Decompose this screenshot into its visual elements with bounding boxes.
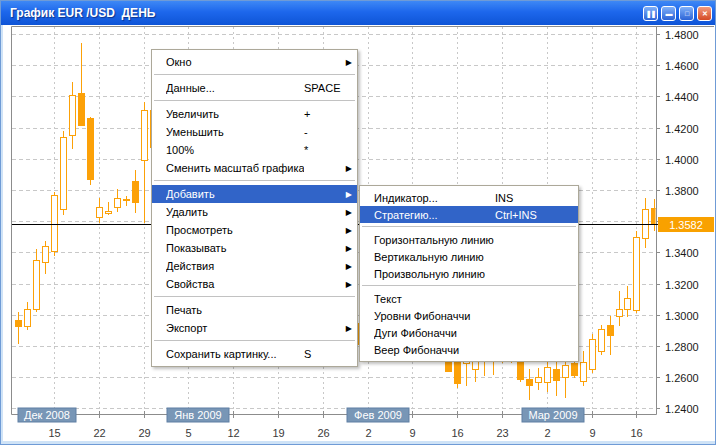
candle bbox=[599, 325, 605, 355]
candle-body-down bbox=[16, 320, 22, 326]
candle bbox=[25, 302, 31, 330]
menu-item-add[interactable]: Добавить▶ bbox=[152, 185, 357, 203]
menu-item-horizontal-line[interactable]: Горизонтальную линию bbox=[360, 231, 578, 248]
candle-body-up bbox=[70, 95, 76, 135]
menu-item-label: Дуги Фибоначчи bbox=[374, 327, 495, 339]
menu-separator bbox=[152, 97, 357, 105]
submenu-arrow-icon: ▶ bbox=[342, 54, 352, 71]
week-tick-label: 29 bbox=[138, 427, 150, 439]
menu-item-show[interactable]: Показывать▶ bbox=[152, 239, 357, 257]
title-bar[interactable]: График EUR /USD ДЕНЬ ❚❚▬□✕ bbox=[1, 1, 716, 25]
menu-item-label: 100% bbox=[166, 144, 304, 156]
candle-body-up bbox=[34, 260, 40, 309]
pause-button[interactable]: ❚❚ bbox=[643, 6, 658, 21]
menu-item-export[interactable]: Экспорт▶ bbox=[152, 319, 357, 337]
price-tick-label: 1.4200 bbox=[665, 123, 699, 135]
menu-item-zoom-in[interactable]: Увеличить+ bbox=[152, 105, 357, 123]
menu-item-window[interactable]: Окно▶ bbox=[152, 53, 357, 71]
candle-body-up bbox=[581, 362, 587, 381]
submenu-arrow-icon: ▶ bbox=[342, 320, 352, 337]
menu-item-arbitrary-line[interactable]: Произвольную линию bbox=[360, 265, 578, 282]
menu-item-label: Просмотреть bbox=[166, 224, 304, 236]
menu-item-shortcut: - bbox=[304, 126, 342, 138]
menu-item-strategy[interactable]: Стратегию...Ctrl+INS bbox=[360, 206, 578, 223]
candle bbox=[581, 351, 587, 386]
submenu-arrow-icon: ▶ bbox=[342, 186, 352, 203]
month-badge-label: Мар 2009 bbox=[528, 409, 577, 421]
menu-item-actions[interactable]: Действия▶ bbox=[152, 257, 357, 275]
candle bbox=[97, 198, 103, 223]
menu-item-label: Уровни Фибоначчи bbox=[374, 310, 495, 322]
candle bbox=[142, 102, 148, 223]
submenu-arrow-icon: ▶ bbox=[342, 276, 352, 293]
candle-body-up bbox=[599, 329, 605, 351]
maximize-icon: □ bbox=[680, 7, 693, 18]
candle bbox=[16, 312, 22, 344]
menu-item-fibonacci-arcs[interactable]: Дуги Фибоначчи bbox=[360, 324, 578, 341]
minimize-button[interactable]: ▬ bbox=[661, 6, 676, 21]
menu-item-text[interactable]: Текст bbox=[360, 290, 578, 307]
menu-item-fibonacci-fan[interactable]: Веер Фибоначчи bbox=[360, 341, 578, 358]
menu-item-indicator[interactable]: Индикатор...INS bbox=[360, 189, 578, 206]
candle-body-down bbox=[527, 379, 533, 385]
menu-item-data[interactable]: Данные...SPACE bbox=[152, 79, 357, 97]
submenu-arrow-icon: ▶ bbox=[342, 204, 352, 221]
menu-item-label: Текст bbox=[374, 293, 495, 305]
candle bbox=[625, 286, 631, 317]
menu-item-zoom-out[interactable]: Уменьшить- bbox=[152, 123, 357, 141]
candle bbox=[34, 249, 40, 312]
month-badge: Дек 2008 bbox=[18, 408, 76, 422]
candle bbox=[79, 43, 85, 126]
close-icon: ✕ bbox=[698, 7, 711, 18]
menu-item-shortcut: SPACE bbox=[304, 82, 342, 94]
candle bbox=[590, 334, 596, 373]
menu-item-properties[interactable]: Свойства▶ bbox=[152, 275, 357, 293]
menu-separator bbox=[152, 71, 357, 79]
price-tick-label: 1.3800 bbox=[665, 185, 699, 197]
week-tick-label: 9 bbox=[589, 427, 595, 439]
menu-item-label: Удалить bbox=[166, 206, 304, 218]
month-badge-label: Дек 2008 bbox=[24, 409, 70, 421]
menu-separator bbox=[360, 223, 578, 231]
menu-item-fibonacci-levels[interactable]: Уровни Фибоначчи bbox=[360, 307, 578, 324]
week-tick-label: 9 bbox=[409, 427, 415, 439]
menu-item-view[interactable]: Просмотреть▶ bbox=[152, 221, 357, 239]
candle bbox=[643, 198, 649, 248]
menu-item-shortcut: INS bbox=[495, 192, 563, 204]
week-tick-label: 12 bbox=[227, 427, 239, 439]
submenu-arrow-icon: ▶ bbox=[342, 258, 352, 275]
submenu-arrow-icon: ▶ bbox=[342, 160, 352, 177]
candle bbox=[536, 368, 542, 390]
candle bbox=[124, 196, 130, 206]
menu-item-label: Увеличить bbox=[166, 108, 304, 120]
menu-item-label: Свойства bbox=[166, 278, 304, 290]
menu-item-zoom-100[interactable]: 100%* bbox=[152, 141, 357, 159]
candle bbox=[88, 117, 94, 185]
maximize-button[interactable]: □ bbox=[679, 6, 694, 21]
candle-body-down bbox=[554, 369, 560, 380]
close-button[interactable]: ✕ bbox=[697, 6, 712, 21]
candle-body-up bbox=[43, 246, 49, 262]
candle-body-down bbox=[88, 118, 94, 179]
menu-item-save-picture[interactable]: Сохранить картинку...S bbox=[152, 345, 357, 363]
candle-body-up bbox=[590, 339, 596, 369]
menu-item-delete[interactable]: Удалить▶ bbox=[152, 203, 357, 221]
window-title: График EUR /USD ДЕНЬ bbox=[10, 6, 640, 20]
menu-item-label: Показывать bbox=[166, 242, 304, 254]
menu-item-shortcut: * bbox=[304, 144, 342, 156]
menu-item-print[interactable]: Печать bbox=[152, 301, 357, 319]
week-tick-label: 22 bbox=[93, 427, 105, 439]
menu-item-label: Данные... bbox=[166, 82, 304, 94]
week-tick-label: 16 bbox=[630, 427, 642, 439]
candle bbox=[634, 231, 640, 313]
menu-item-vertical-line[interactable]: Вертикальную линию bbox=[360, 248, 578, 265]
candle-body-up bbox=[97, 207, 103, 217]
price-tick-label: 1.4400 bbox=[665, 91, 699, 103]
menu-item-label: Окно bbox=[166, 56, 304, 68]
candle bbox=[545, 362, 551, 392]
menu-separator bbox=[360, 282, 578, 290]
chart-window: График EUR /USD ДЕНЬ ❚❚▬□✕ 1.48001.46001… bbox=[0, 0, 716, 445]
menu-item-label: Печать bbox=[166, 304, 304, 316]
week-tick-label: 5 bbox=[185, 427, 191, 439]
menu-item-change-chart-scale[interactable]: Сменить масштаб графика▶ bbox=[152, 159, 357, 177]
